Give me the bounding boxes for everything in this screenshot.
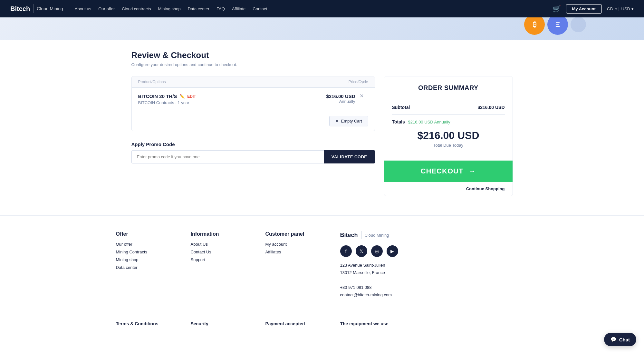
nav-link-contact[interactable]: Contact — [253, 6, 267, 11]
footer-brand-col: Bitech Cloud Mining f 𝕏 ◎ ▶ 123 Avenue S… — [340, 231, 528, 299]
cart-item-details: BITCOIN 20 TH/S ✏️ EDIT BITCOIN Contract… — [138, 93, 297, 105]
footer-customer-col: Customer panel My accountAffiliates — [265, 231, 330, 299]
checkout-grid: Product/Options Price/Cycle BITCOIN 20 T… — [131, 76, 513, 196]
footer-offer-col: Offer Our offerMining ContractsMining sh… — [116, 231, 180, 299]
nav-link-about-us[interactable]: About us — [75, 6, 91, 11]
chat-button[interactable]: 💬 Chat — [604, 333, 636, 337]
footer-brand-sub: Cloud Mining — [365, 233, 389, 238]
item-price: $216.00 USD — [297, 93, 355, 99]
social-icons: f 𝕏 ◎ ▶ — [340, 245, 528, 257]
locale-usd[interactable]: USD — [621, 6, 630, 11]
footer-info-link[interactable]: Support — [191, 257, 206, 262]
cart-item-row: BITCOIN 20 TH/S ✏️ EDIT BITCOIN Contract… — [132, 88, 375, 111]
footer-customer-links: My accountAffiliates — [265, 241, 330, 254]
edit-label[interactable]: EDIT — [187, 94, 196, 99]
navbar: Bitech Cloud Mining About usOur offerClo… — [0, 0, 644, 17]
order-summary-header: ORDER SUMMARY — [384, 76, 513, 98]
footer-offer-link[interactable]: Data center — [116, 265, 138, 270]
page-title: Review & Checkout — [131, 50, 513, 60]
cart-table: Product/Options Price/Cycle BITCOIN 20 T… — [131, 76, 375, 131]
totals-label: Totals $216.00 USD Annually — [392, 119, 450, 124]
col-price: Price/Cycle — [310, 80, 368, 84]
footer-bottom-title: Payment accepted — [265, 321, 330, 326]
total-amount: $216.00 USD — [392, 130, 505, 142]
footer-brand-name: Bitech — [340, 232, 358, 239]
footer-offer-link[interactable]: Mining shop — [116, 257, 139, 262]
cart-icon[interactable]: 🛒 — [553, 5, 561, 13]
brand: Bitech Cloud Mining — [10, 4, 63, 13]
nav-link-data-center[interactable]: Data center — [188, 6, 209, 11]
youtube-icon[interactable]: ▶ — [387, 245, 398, 257]
item-name: BITCOIN 20 TH/S ✏️ EDIT — [138, 93, 297, 99]
totals-sub: $216.00 USD Annually — [408, 120, 450, 124]
footer-bottom-title: Terms & Conditions — [116, 321, 180, 326]
subtotal-label: Subtotal — [392, 105, 410, 110]
footer-brand-divider — [361, 231, 361, 239]
item-pricing: $216.00 USD Annually — [297, 93, 355, 104]
checkout-button[interactable]: CHECKOUT → — [384, 161, 513, 182]
totals-row: Totals $216.00 USD Annually — [392, 119, 505, 124]
empty-cart-row: ✕ Empty Cart — [132, 111, 375, 131]
footer-bottom-grid: Terms & ConditionsSecurityPayment accept… — [116, 312, 528, 326]
checkout-label: CHECKOUT — [421, 167, 464, 175]
footer-address: 123 Avenue Saint-Julien 13012 Marseille,… — [340, 261, 528, 277]
footer-grid: Offer Our offerMining ContractsMining sh… — [116, 231, 528, 299]
twitter-icon[interactable]: 𝕏 — [356, 245, 367, 257]
footer-customer-title: Customer panel — [265, 231, 330, 237]
page-subtitle: Configure your desired options and conti… — [131, 62, 513, 67]
left-panel: Product/Options Price/Cycle BITCOIN 20 T… — [131, 76, 375, 163]
footer-info-col: Information About UsContact UsSupport — [191, 231, 255, 299]
summary-divider — [392, 114, 505, 115]
hero-strip: ₿ Ξ — [0, 17, 644, 40]
btc-coin: ₿ — [524, 17, 545, 35]
footer-info-title: Information — [191, 231, 255, 237]
footer-offer-links: Our offerMining ContractsMining shopData… — [116, 241, 180, 270]
nav-links: About usOur offerCloud contractsMining s… — [75, 6, 544, 11]
ghost-coin — [571, 17, 586, 32]
nav-right: 🛒 My Account GB ▾ | USD ▾ — [553, 4, 634, 14]
locale-gb[interactable]: GB — [607, 6, 613, 11]
total-due-label: Total Due Today — [392, 143, 505, 148]
footer-info-link[interactable]: About Us — [191, 242, 208, 247]
continue-shopping-link[interactable]: Continue Shopping — [384, 182, 513, 196]
footer-offer-link[interactable]: Our offer — [116, 242, 132, 247]
my-account-button[interactable]: My Account — [566, 4, 602, 14]
validate-code-button[interactable]: VALIDATE CODE — [324, 150, 375, 163]
subtotal-row: Subtotal $216.00 USD — [392, 105, 505, 110]
empty-cart-x-icon: ✕ — [335, 119, 339, 123]
brand-sub: Cloud Mining — [37, 6, 63, 11]
footer-brand-row: Bitech Cloud Mining — [340, 231, 528, 239]
promo-input[interactable] — [131, 150, 324, 163]
brand-divider — [33, 4, 34, 13]
nav-link-our-offer[interactable]: Our offer — [98, 6, 115, 11]
subtotal-value: $216.00 USD — [477, 105, 505, 110]
footer-info-link[interactable]: Contact Us — [191, 250, 211, 254]
col-product: Product/Options — [138, 80, 310, 84]
footer-bottom-title: The equipment we use — [340, 321, 528, 326]
table-header: Product/Options Price/Cycle — [132, 76, 375, 88]
footer-offer-link[interactable]: Mining Contracts — [116, 250, 148, 254]
nav-link-cloud-contracts[interactable]: Cloud contracts — [122, 6, 151, 11]
locale-selectors: GB ▾ | USD ▾ — [607, 6, 634, 11]
edit-icon: ✏️ — [179, 94, 185, 99]
eth-coin: Ξ — [547, 17, 568, 35]
facebook-icon[interactable]: f — [340, 245, 352, 257]
main-content: Review & Checkout Configure your desired… — [116, 40, 528, 215]
footer-customer-link[interactable]: Affiliates — [265, 250, 281, 254]
nav-link-mining-shop[interactable]: Mining shop — [158, 6, 181, 11]
nav-link-faq[interactable]: FAQ — [216, 6, 225, 11]
item-desc: BITCOIN Contracts · 1 year — [138, 100, 297, 105]
footer: Offer Our offerMining ContractsMining sh… — [0, 215, 644, 337]
order-summary-title: ORDER SUMMARY — [391, 84, 506, 92]
promo-label: Apply Promo Code — [131, 142, 375, 147]
footer-contact: +33 971 081 088 contact@bitech-mining.co… — [340, 284, 528, 299]
item-cycle: Annually — [297, 99, 355, 104]
remove-item-button[interactable]: ✕ — [355, 93, 368, 99]
footer-offer-title: Offer — [116, 231, 180, 237]
nav-link-affiliate[interactable]: Affiliate — [232, 6, 245, 11]
empty-cart-button[interactable]: ✕ Empty Cart — [329, 116, 368, 126]
brand-name: Bitech — [10, 5, 30, 13]
checkout-arrow-icon: → — [468, 167, 476, 175]
footer-customer-link[interactable]: My account — [265, 242, 287, 247]
instagram-icon[interactable]: ◎ — [371, 245, 383, 257]
